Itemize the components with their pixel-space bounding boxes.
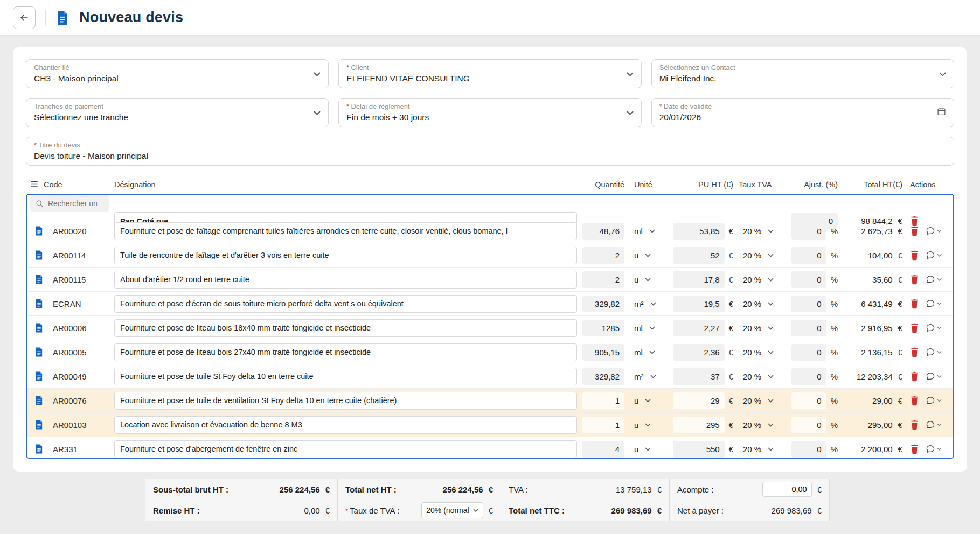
delete-row-button[interactable] bbox=[910, 396, 919, 406]
quantity-input[interactable] bbox=[582, 417, 624, 433]
taux-tva-select[interactable]: 20% (normal bbox=[421, 502, 483, 518]
search-article-input[interactable] bbox=[30, 195, 109, 212]
unit-price-input[interactable] bbox=[673, 296, 725, 312]
unit-select[interactable]: u bbox=[630, 251, 668, 260]
delete-row-button[interactable] bbox=[910, 323, 919, 333]
unit-price-input[interactable] bbox=[673, 344, 725, 361]
unit-price-input[interactable] bbox=[673, 368, 725, 385]
contact-select[interactable]: Sélectionnez un Contact Mi Eleifend Inc. bbox=[651, 59, 954, 88]
delete-row-button[interactable] bbox=[910, 226, 919, 236]
designation-input[interactable] bbox=[114, 222, 577, 240]
adjustment-input[interactable] bbox=[791, 223, 826, 240]
quantity-input[interactable] bbox=[582, 271, 624, 288]
chantier-select[interactable]: Chantier lié CH3 - Maison principal bbox=[26, 59, 329, 88]
comment-button[interactable] bbox=[926, 445, 942, 453]
designation-input[interactable] bbox=[114, 440, 577, 458]
unit-price-input[interactable] bbox=[673, 392, 725, 409]
delete-row-button[interactable] bbox=[910, 420, 919, 430]
tva-select[interactable]: 20 % bbox=[739, 420, 786, 430]
unit-select[interactable]: u bbox=[630, 275, 668, 284]
quantity-input[interactable] bbox=[582, 368, 624, 385]
document-icon bbox=[30, 274, 47, 285]
delete-row-button[interactable] bbox=[910, 250, 919, 261]
comment-button[interactable] bbox=[926, 396, 942, 405]
delete-row-button[interactable] bbox=[910, 347, 919, 357]
adjustment-input[interactable] bbox=[791, 392, 826, 409]
quantity-input[interactable] bbox=[582, 223, 624, 240]
tranches-select[interactable]: Tranches de paiement Sélectionnez une tr… bbox=[26, 98, 329, 127]
tva-select[interactable]: 20 % bbox=[739, 275, 786, 284]
comment-button[interactable] bbox=[926, 324, 942, 332]
adjustment-input[interactable] bbox=[791, 344, 826, 361]
tva-select[interactable]: 20 % bbox=[739, 227, 786, 236]
quantity-input[interactable] bbox=[582, 344, 624, 361]
delete-row-button[interactable] bbox=[910, 299, 919, 309]
designation-input[interactable] bbox=[114, 271, 577, 289]
adjustment-input[interactable] bbox=[791, 271, 826, 288]
unit-select[interactable]: ml bbox=[630, 324, 668, 333]
chevron-down-icon bbox=[314, 69, 321, 79]
designation-input[interactable] bbox=[114, 247, 577, 264]
delete-section-button[interactable] bbox=[910, 216, 919, 226]
quantity-input[interactable] bbox=[582, 392, 624, 409]
delete-row-button[interactable] bbox=[910, 275, 919, 285]
unit-select[interactable]: u bbox=[630, 396, 668, 405]
date-validite-input[interactable]: *Date de validité 20/01/2026 bbox=[651, 98, 954, 127]
unit-select[interactable]: ml bbox=[630, 227, 668, 236]
comment-button[interactable] bbox=[926, 227, 942, 235]
document-icon bbox=[30, 250, 47, 261]
unit-price-input[interactable] bbox=[673, 441, 725, 458]
designation-input[interactable] bbox=[114, 368, 577, 385]
delete-row-button[interactable] bbox=[910, 371, 919, 382]
quantity-input[interactable] bbox=[582, 296, 624, 312]
row-code: AR00115 bbox=[53, 275, 109, 284]
unit-price-input[interactable] bbox=[673, 223, 725, 240]
unit-select[interactable]: u bbox=[630, 420, 668, 430]
tva-select[interactable]: 20 % bbox=[739, 324, 786, 333]
designation-input[interactable] bbox=[114, 416, 577, 434]
comment-button[interactable] bbox=[926, 372, 942, 381]
adjustment-input[interactable] bbox=[791, 441, 826, 458]
titre-devis-input[interactable]: *Titre du devis Devis toiture - Maison p… bbox=[26, 137, 954, 166]
tva-select[interactable]: 20 % bbox=[739, 299, 786, 308]
unit-select[interactable]: m² bbox=[630, 372, 668, 381]
adjustment-input[interactable] bbox=[791, 320, 826, 336]
calendar-icon[interactable] bbox=[937, 107, 946, 118]
tva-select[interactable]: 20 % bbox=[739, 445, 786, 454]
designation-input[interactable] bbox=[114, 319, 577, 337]
adjustment-input[interactable] bbox=[791, 296, 826, 312]
designation-input[interactable] bbox=[114, 392, 577, 410]
unit-select[interactable]: m² bbox=[630, 299, 668, 308]
designation-input[interactable] bbox=[114, 343, 577, 361]
tva-select[interactable]: 20 % bbox=[739, 372, 786, 381]
unit-select[interactable]: ml bbox=[630, 348, 668, 357]
quantity-input[interactable] bbox=[582, 320, 624, 336]
table-row: AR00005 ml € 20 % % 2 136,15€ bbox=[27, 340, 953, 364]
unit-price-input[interactable] bbox=[673, 271, 725, 288]
designation-input[interactable] bbox=[114, 295, 577, 313]
unit-select[interactable]: u bbox=[630, 445, 668, 454]
tva-select[interactable]: 20 % bbox=[739, 348, 786, 357]
client-select[interactable]: *Client ELEIFEND VITAE CONSULTING bbox=[338, 59, 641, 88]
adjustment-input[interactable] bbox=[791, 368, 826, 385]
back-button[interactable] bbox=[13, 6, 36, 29]
comment-button[interactable] bbox=[926, 420, 942, 429]
comment-button[interactable] bbox=[926, 275, 942, 284]
drag-handle-icon[interactable] bbox=[30, 180, 38, 189]
quantity-input[interactable] bbox=[582, 247, 624, 264]
unit-price-input[interactable] bbox=[673, 320, 725, 336]
comment-button[interactable] bbox=[926, 348, 942, 356]
tva-select[interactable]: 20 % bbox=[739, 251, 786, 260]
unit-price-input[interactable] bbox=[673, 247, 725, 264]
comment-button[interactable] bbox=[926, 251, 942, 259]
adjustment-input[interactable] bbox=[791, 417, 826, 433]
delete-row-button[interactable] bbox=[910, 444, 919, 454]
unit-price-input[interactable] bbox=[673, 417, 725, 433]
delai-reglement-select[interactable]: *Délai de règlement Fin de mois + 30 jou… bbox=[338, 98, 641, 127]
quantity-input[interactable] bbox=[582, 441, 624, 458]
row-total: 104,00€ bbox=[843, 251, 902, 260]
tva-select[interactable]: 20 % bbox=[739, 396, 786, 405]
acompte-input[interactable] bbox=[762, 482, 812, 497]
comment-button[interactable] bbox=[926, 299, 942, 308]
adjustment-input[interactable] bbox=[791, 247, 826, 264]
